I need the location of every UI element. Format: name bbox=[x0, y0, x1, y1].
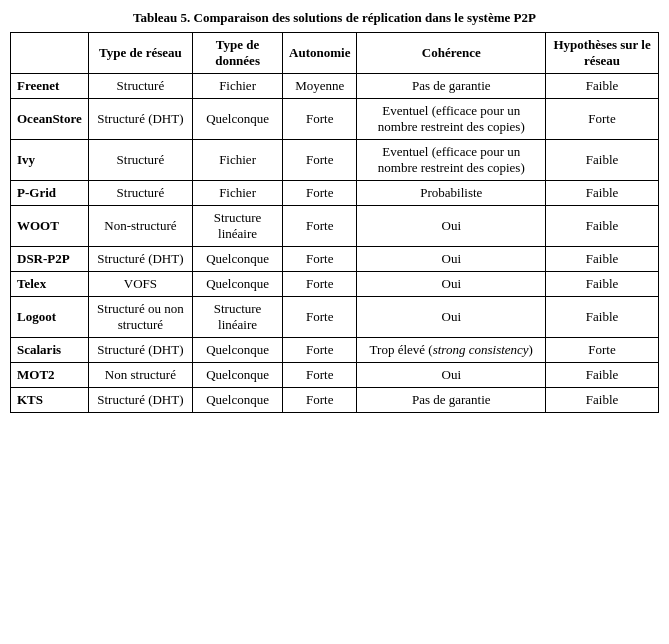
cell-hypotheses: Forte bbox=[546, 338, 659, 363]
cell-system: Freenet bbox=[11, 74, 89, 99]
cell-hypotheses: Faible bbox=[546, 181, 659, 206]
cell-type-reseau: Non structuré bbox=[88, 363, 192, 388]
cell-coherence: Trop élevé (strong consistency) bbox=[357, 338, 546, 363]
cell-autonomie: Forte bbox=[283, 363, 357, 388]
cell-type-reseau: Structuré bbox=[88, 181, 192, 206]
cell-system: DSR-P2P bbox=[11, 247, 89, 272]
table-row: IvyStructuréFichierForteEventuel (effica… bbox=[11, 140, 659, 181]
header-row: Type de réseau Type de données Autonomie… bbox=[11, 33, 659, 74]
table-row: OceanStoreStructuré (DHT)QuelconqueForte… bbox=[11, 99, 659, 140]
cell-system: P-Grid bbox=[11, 181, 89, 206]
table-row: DSR-P2PStructuré (DHT)QuelconqueForteOui… bbox=[11, 247, 659, 272]
cell-coherence: Oui bbox=[357, 297, 546, 338]
table-row: P-GridStructuréFichierForteProbabilisteF… bbox=[11, 181, 659, 206]
cell-coherence: Oui bbox=[357, 247, 546, 272]
cell-coherence: Oui bbox=[357, 363, 546, 388]
cell-coherence: Oui bbox=[357, 272, 546, 297]
cell-type-donnees: Quelconque bbox=[193, 99, 283, 140]
comparison-table: Type de réseau Type de données Autonomie… bbox=[10, 32, 659, 413]
table-row: MOT2Non structuréQuelconqueForteOuiFaibl… bbox=[11, 363, 659, 388]
cell-hypotheses: Faible bbox=[546, 363, 659, 388]
cell-type-donnees: Quelconque bbox=[193, 388, 283, 413]
cell-type-donnees: Fichier bbox=[193, 140, 283, 181]
cell-coherence: Oui bbox=[357, 206, 546, 247]
cell-hypotheses: Faible bbox=[546, 74, 659, 99]
cell-coherence: Pas de garantie bbox=[357, 388, 546, 413]
cell-coherence: Eventuel (efficace pour un nombre restre… bbox=[357, 140, 546, 181]
cell-type-donnees: Structure linéaire bbox=[193, 297, 283, 338]
cell-autonomie: Forte bbox=[283, 181, 357, 206]
cell-type-reseau: Structuré (DHT) bbox=[88, 99, 192, 140]
cell-coherence: Probabiliste bbox=[357, 181, 546, 206]
cell-hypotheses: Faible bbox=[546, 388, 659, 413]
cell-system: Ivy bbox=[11, 140, 89, 181]
cell-coherence: Pas de garantie bbox=[357, 74, 546, 99]
col-header-hypotheses: Hypothèses sur le réseau bbox=[546, 33, 659, 74]
cell-type-reseau: Non-structuré bbox=[88, 206, 192, 247]
table-caption: Tableau 5. Comparaison des solutions de … bbox=[10, 10, 659, 26]
cell-autonomie: Forte bbox=[283, 297, 357, 338]
cell-type-reseau: Structuré bbox=[88, 140, 192, 181]
cell-autonomie: Forte bbox=[283, 247, 357, 272]
cell-type-donnees: Quelconque bbox=[193, 363, 283, 388]
table-row: LogootStructuré ou non structuréStructur… bbox=[11, 297, 659, 338]
table-row: KTSStructuré (DHT)QuelconqueFortePas de … bbox=[11, 388, 659, 413]
cell-hypotheses: Forte bbox=[546, 99, 659, 140]
cell-autonomie: Forte bbox=[283, 338, 357, 363]
cell-autonomie: Forte bbox=[283, 140, 357, 181]
cell-type-donnees: Structure linéaire bbox=[193, 206, 283, 247]
cell-coherence: Eventuel (efficace pour un nombre restre… bbox=[357, 99, 546, 140]
table-row: WOOTNon-structuréStructure linéaireForte… bbox=[11, 206, 659, 247]
cell-autonomie: Forte bbox=[283, 272, 357, 297]
cell-hypotheses: Faible bbox=[546, 247, 659, 272]
cell-type-reseau: Structuré bbox=[88, 74, 192, 99]
cell-autonomie: Forte bbox=[283, 99, 357, 140]
cell-type-donnees: Quelconque bbox=[193, 272, 283, 297]
cell-autonomie: Forte bbox=[283, 388, 357, 413]
cell-type-donnees: Fichier bbox=[193, 181, 283, 206]
cell-autonomie: Forte bbox=[283, 206, 357, 247]
cell-type-reseau: VOFS bbox=[88, 272, 192, 297]
cell-hypotheses: Faible bbox=[546, 140, 659, 181]
cell-type-reseau: Structuré (DHT) bbox=[88, 388, 192, 413]
table-row: FreenetStructuréFichierMoyennePas de gar… bbox=[11, 74, 659, 99]
cell-system: OceanStore bbox=[11, 99, 89, 140]
cell-system: Scalaris bbox=[11, 338, 89, 363]
cell-hypotheses: Faible bbox=[546, 206, 659, 247]
cell-type-reseau: Structuré ou non structuré bbox=[88, 297, 192, 338]
cell-type-reseau: Structuré (DHT) bbox=[88, 338, 192, 363]
col-header-system bbox=[11, 33, 89, 74]
cell-type-donnees: Quelconque bbox=[193, 338, 283, 363]
cell-system: Telex bbox=[11, 272, 89, 297]
cell-type-reseau: Structuré (DHT) bbox=[88, 247, 192, 272]
cell-system: KTS bbox=[11, 388, 89, 413]
cell-type-donnees: Fichier bbox=[193, 74, 283, 99]
cell-system: MOT2 bbox=[11, 363, 89, 388]
cell-hypotheses: Faible bbox=[546, 272, 659, 297]
col-header-type-reseau: Type de réseau bbox=[88, 33, 192, 74]
cell-type-donnees: Quelconque bbox=[193, 247, 283, 272]
cell-system: WOOT bbox=[11, 206, 89, 247]
col-header-coherence: Cohérence bbox=[357, 33, 546, 74]
cell-system: Logoot bbox=[11, 297, 89, 338]
cell-hypotheses: Faible bbox=[546, 297, 659, 338]
col-header-autonomie: Autonomie bbox=[283, 33, 357, 74]
col-header-type-donnees: Type de données bbox=[193, 33, 283, 74]
table-row: TelexVOFSQuelconqueForteOuiFaible bbox=[11, 272, 659, 297]
cell-autonomie: Moyenne bbox=[283, 74, 357, 99]
table-row: ScalarisStructuré (DHT)QuelconqueForteTr… bbox=[11, 338, 659, 363]
